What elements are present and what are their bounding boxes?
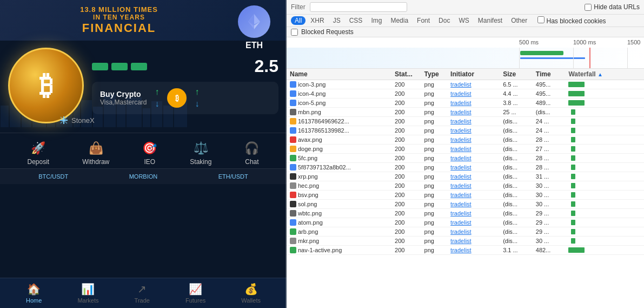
cell-type: png bbox=[421, 200, 448, 209]
cell-waterfall bbox=[565, 126, 644, 135]
cell-name: wbtc.png bbox=[287, 209, 391, 218]
table-row[interactable]: doge.png 200 png tradelist (dis... 27 ..… bbox=[287, 145, 644, 154]
type-btn-font[interactable]: Font bbox=[413, 16, 434, 25]
file-icon bbox=[290, 118, 296, 124]
initiator-link[interactable]: tradelist bbox=[450, 164, 472, 171]
table-row[interactable]: sol.png 200 png tradelist (dis... 30 ... bbox=[287, 200, 644, 209]
blocked-requests-checkbox[interactable] bbox=[291, 29, 298, 36]
col-time[interactable]: Time bbox=[533, 69, 566, 80]
type-btn-ws[interactable]: WS bbox=[455, 16, 473, 25]
table-row[interactable]: atom.png 200 png tradelist (dis... 29 ..… bbox=[287, 218, 644, 227]
table-row[interactable]: avax.png 200 png tradelist (dis... 28 ..… bbox=[287, 135, 644, 145]
hide-data-urls-checkbox[interactable] bbox=[585, 4, 592, 11]
cell-size: (dis... bbox=[500, 135, 533, 145]
cell-size: (dis... bbox=[500, 181, 533, 191]
cell-status: 200 bbox=[391, 200, 421, 209]
col-size[interactable]: Size bbox=[500, 69, 533, 80]
initiator-link[interactable]: tradelist bbox=[450, 81, 472, 88]
table-row[interactable]: 16137865139982... 200 png tradelist (dis… bbox=[287, 126, 644, 135]
col-status[interactable]: Stat... bbox=[391, 69, 421, 80]
cell-waterfall bbox=[565, 246, 644, 255]
cell-initiator: tradelist bbox=[447, 99, 500, 108]
initiator-link[interactable]: tradelist bbox=[450, 146, 472, 152]
bottom-nav-home-label: Home bbox=[26, 297, 42, 304]
cell-waterfall bbox=[565, 80, 644, 89]
cell-type: png bbox=[421, 145, 448, 154]
arrow-down-icon-2: ↓ bbox=[195, 99, 199, 109]
table-row[interactable]: icon-4.png 200 png tradelist 4.4 ... 495… bbox=[287, 89, 644, 99]
type-btn-js[interactable]: JS bbox=[329, 16, 344, 25]
initiator-link[interactable]: tradelist bbox=[450, 118, 472, 124]
type-btn-media[interactable]: Media bbox=[387, 16, 412, 25]
table-row[interactable]: 5fc.png 200 png tradelist (dis... 28 ... bbox=[287, 154, 644, 163]
nav-ieo[interactable]: 🎯 IEO bbox=[142, 141, 157, 166]
cell-initiator: tradelist bbox=[447, 117, 500, 126]
bottom-nav-trade[interactable]: ↗ Trade bbox=[135, 283, 150, 304]
cell-name: 5fc.png bbox=[287, 154, 391, 163]
initiator-link[interactable]: tradelist bbox=[450, 100, 472, 106]
file-name: atom.png bbox=[298, 219, 323, 226]
table-row[interactable]: hec.png 200 png tradelist (dis... 30 ... bbox=[287, 181, 644, 191]
network-table-container[interactable]: Name Stat... Type Initiator Size Time Wa… bbox=[287, 69, 644, 308]
table-row[interactable]: 16137864969622... 200 png tradelist (dis… bbox=[287, 117, 644, 126]
table-row[interactable]: 5f87397132a8b02... 200 png tradelist (di… bbox=[287, 163, 644, 172]
timeline-green-bar bbox=[520, 51, 563, 55]
initiator-link[interactable]: tradelist bbox=[450, 173, 472, 180]
initiator-link[interactable]: tradelist bbox=[450, 192, 472, 198]
bottom-nav-wallets[interactable]: 💰 Wallets bbox=[241, 283, 261, 304]
table-row[interactable]: wbtc.png 200 png tradelist (dis... 29 ..… bbox=[287, 209, 644, 218]
initiator-link[interactable]: tradelist bbox=[450, 247, 472, 253]
table-row[interactable]: mkr.png 200 png tradelist (dis... 30 ... bbox=[287, 237, 644, 246]
table-row[interactable]: icon-5.png 200 png tradelist 3.8 ... 489… bbox=[287, 99, 644, 108]
table-row[interactable]: nav-1-active.png 200 png tradelist 3.1 .… bbox=[287, 246, 644, 255]
type-btn-xhr[interactable]: XHR bbox=[307, 16, 328, 25]
arrow-down-icon: ↓ bbox=[155, 99, 159, 109]
file-name: wbtc.png bbox=[298, 210, 322, 217]
initiator-link[interactable]: tradelist bbox=[450, 182, 472, 189]
bottom-nav-markets[interactable]: 📊 Markets bbox=[77, 283, 98, 304]
col-type[interactable]: Type bbox=[421, 69, 448, 80]
table-row[interactable]: bsv.png 200 png tradelist (dis... 30 ... bbox=[287, 191, 644, 200]
cell-status: 200 bbox=[391, 218, 421, 227]
initiator-link[interactable]: tradelist bbox=[450, 109, 472, 115]
table-row[interactable]: xrp.png 200 png tradelist (dis... 31 ... bbox=[287, 172, 644, 181]
nav-chat[interactable]: 🎧 Chat bbox=[244, 141, 259, 166]
nav-deposit[interactable]: 🚀 Deposit bbox=[28, 141, 50, 166]
bottom-nav-futures[interactable]: 📈 Futures bbox=[185, 283, 205, 304]
cell-status: 200 bbox=[391, 172, 421, 181]
type-btn-manifest[interactable]: Manifest bbox=[474, 16, 506, 25]
type-btn-css[interactable]: CSS bbox=[346, 16, 367, 25]
initiator-link[interactable]: tradelist bbox=[450, 90, 472, 97]
file-name: mbn.png bbox=[298, 109, 321, 115]
bottom-nav-home[interactable]: 🏠 Home bbox=[26, 283, 42, 304]
initiator-link[interactable]: tradelist bbox=[450, 136, 472, 143]
has-blocked-cookies-checkbox[interactable] bbox=[537, 16, 545, 23]
initiator-link[interactable]: tradelist bbox=[450, 201, 472, 207]
initiator-link[interactable]: tradelist bbox=[450, 210, 472, 217]
buy-crypto-section[interactable]: Buy Crypto Visa,Mastercard ↑ ↓ ₿ ↑ ↓ bbox=[92, 82, 278, 114]
col-initiator[interactable]: Initiator bbox=[447, 69, 500, 80]
initiator-link[interactable]: tradelist bbox=[450, 238, 472, 244]
type-btn-img[interactable]: Img bbox=[367, 16, 386, 25]
cell-type: png bbox=[421, 172, 448, 181]
initiator-link[interactable]: tradelist bbox=[450, 219, 472, 226]
initiator-link[interactable]: tradelist bbox=[450, 127, 472, 134]
nav-withdraw[interactable]: 👜 Withdraw bbox=[82, 141, 109, 166]
type-btn-other[interactable]: Other bbox=[507, 16, 531, 25]
timeline-bars bbox=[287, 48, 644, 69]
col-waterfall[interactable]: Waterfall ▲ bbox=[565, 69, 644, 80]
type-btn-doc[interactable]: Doc bbox=[435, 16, 454, 25]
table-row[interactable]: mbn.png 200 png tradelist 25 ... (dis... bbox=[287, 108, 644, 117]
initiator-link[interactable]: tradelist bbox=[450, 228, 472, 235]
type-btn-all[interactable]: All bbox=[291, 16, 306, 25]
table-row[interactable]: arb.png 200 png tradelist (dis... 29 ... bbox=[287, 227, 644, 237]
cell-initiator: tradelist bbox=[447, 135, 500, 145]
filter-input[interactable] bbox=[310, 2, 407, 12]
cell-size: (dis... bbox=[500, 227, 533, 237]
col-name[interactable]: Name bbox=[287, 69, 391, 80]
nav-staking[interactable]: ⚖️ Staking bbox=[190, 141, 211, 166]
table-row[interactable]: icon-3.png 200 png tradelist 6.5 ... 495… bbox=[287, 80, 644, 89]
svg-marker-3 bbox=[248, 14, 254, 24]
cell-waterfall bbox=[565, 145, 644, 154]
initiator-link[interactable]: tradelist bbox=[450, 155, 472, 161]
